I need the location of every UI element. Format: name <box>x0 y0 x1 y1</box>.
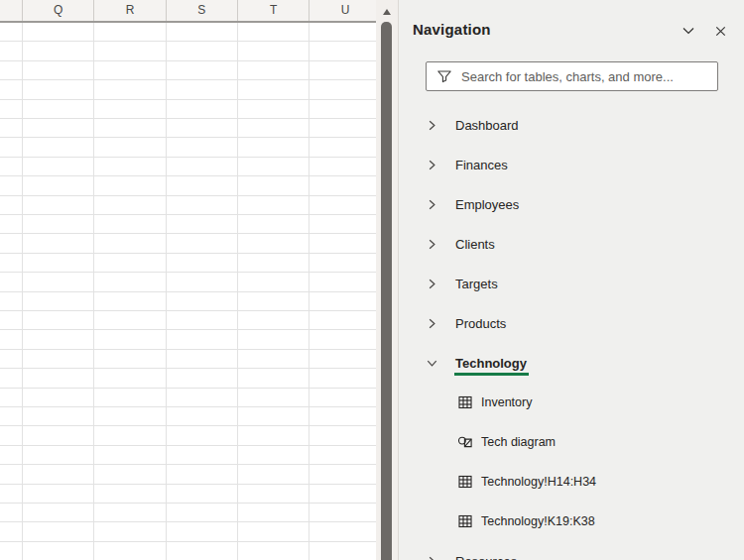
collapse-pane-button[interactable] <box>680 22 697 40</box>
gridline-vertical <box>309 23 310 560</box>
nav-item-label: Dashboard <box>455 118 519 133</box>
table-icon <box>457 474 473 490</box>
search-input[interactable] <box>461 69 699 84</box>
table-icon <box>457 394 473 410</box>
chevron-down-icon <box>425 356 439 371</box>
chevron-right-icon <box>425 237 439 252</box>
scrollbar-thumb[interactable] <box>381 22 392 560</box>
nav-subitem-technology-h14-h34[interactable]: Technology!H14:H34 <box>399 462 744 502</box>
column-header-partial[interactable] <box>0 0 22 21</box>
pane-title: Navigation <box>413 21 491 38</box>
gridline-vertical <box>22 23 23 560</box>
nav-subitem-label: Tech diagram <box>481 435 556 449</box>
chevron-down-icon <box>681 23 696 39</box>
nav-item-resources[interactable]: Resources <box>399 541 744 560</box>
chevron-right-icon <box>425 197 439 212</box>
chevron-right-icon <box>425 316 439 331</box>
nav-subitem-inventory[interactable]: Inventory <box>399 383 744 422</box>
gridline-vertical <box>166 23 167 560</box>
column-header-s[interactable]: S <box>166 0 237 21</box>
nav-subitem-label: Technology!H14:H34 <box>481 475 596 489</box>
nav-item-clients[interactable]: Clients <box>399 224 744 264</box>
column-header-t[interactable]: T <box>237 0 309 21</box>
close-icon <box>713 24 728 39</box>
nav-item-label: Employees <box>455 197 519 212</box>
nav-item-technology[interactable]: Technology <box>399 343 744 383</box>
column-header-row: QRSTU <box>0 0 376 23</box>
nav-subitem-label: Inventory <box>481 395 532 409</box>
excel-window: QRSTU Navigation DashboardFinancesEmploy… <box>0 0 744 560</box>
table-icon <box>457 513 473 529</box>
nav-subitem-technology-k19-k38[interactable]: Technology!K19:K38 <box>399 502 744 541</box>
scroll-up-arrow-icon[interactable] <box>383 9 391 15</box>
column-header-r[interactable]: R <box>93 0 165 21</box>
vertical-scrollbar[interactable] <box>376 0 398 560</box>
nav-item-dashboard[interactable]: Dashboard <box>399 105 744 145</box>
chevron-right-icon <box>425 554 439 560</box>
nav-subitem-tech-diagram[interactable]: Tech diagram <box>399 422 744 462</box>
nav-tree: DashboardFinancesEmployeesClientsTargets… <box>399 105 744 560</box>
chevron-right-icon <box>425 118 439 133</box>
nav-item-finances[interactable]: Finances <box>399 145 744 184</box>
filter-funnel-icon <box>436 68 452 84</box>
nav-item-targets[interactable]: Targets <box>399 264 744 303</box>
nav-item-label: Clients <box>455 237 495 252</box>
nav-subitem-label: Technology!K19:K38 <box>481 514 595 528</box>
grid-cells[interactable] <box>0 23 376 560</box>
nav-item-employees[interactable]: Employees <box>399 184 744 224</box>
close-pane-button[interactable] <box>711 22 729 40</box>
nav-item-label: Finances <box>455 158 508 172</box>
gridline-vertical <box>237 23 238 560</box>
search-box[interactable] <box>426 61 718 91</box>
navigation-pane: Navigation DashboardFinancesEmployeesCli… <box>398 0 744 560</box>
chevron-right-icon <box>425 277 439 291</box>
chevron-right-icon <box>425 158 439 172</box>
nav-item-label: Products <box>455 316 506 331</box>
spreadsheet-grid: QRSTU <box>0 0 376 560</box>
column-header-u[interactable]: U <box>309 0 380 21</box>
nav-item-label: Targets <box>455 277 498 291</box>
nav-item-label: Technology <box>455 356 527 371</box>
diagram-icon <box>457 434 473 450</box>
nav-item-label: Resources <box>455 554 517 560</box>
column-header-q[interactable]: Q <box>22 0 93 21</box>
gridline-vertical <box>93 23 94 560</box>
nav-item-products[interactable]: Products <box>399 303 744 343</box>
